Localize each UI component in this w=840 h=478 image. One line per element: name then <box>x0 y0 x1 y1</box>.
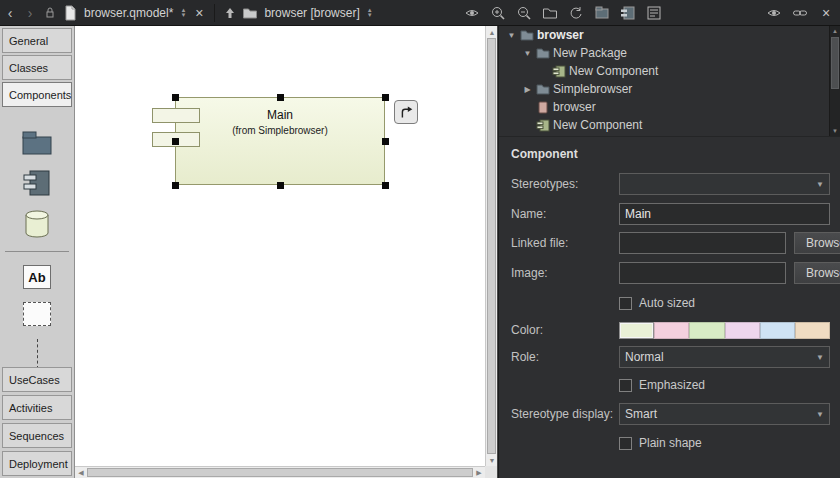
emphasized-checkbox[interactable] <box>619 379 632 392</box>
go-up-button[interactable] <box>220 3 240 23</box>
diagram-canvas[interactable]: Main (from Simplebrowser) ▲ ▼ ◀ ▶ <box>75 26 498 478</box>
tree-scrollbar[interactable]: ▲ ▼ <box>829 26 840 136</box>
selection-handle[interactable] <box>172 182 179 189</box>
annotation-tool[interactable]: Ab <box>23 265 51 289</box>
color-row: Color: <box>511 319 830 341</box>
zoom-in-icon <box>490 5 506 21</box>
document-selector-arrows[interactable]: ▲ ▼ <box>177 8 189 18</box>
close-sidebar-button[interactable]: × <box>816 3 836 23</box>
scroll-down-icon[interactable]: ▼ <box>830 126 840 136</box>
selection-handle[interactable] <box>382 182 389 189</box>
annotation-label: Ab <box>28 270 45 285</box>
stereotypes-combo[interactable]: ▼ <box>619 173 830 195</box>
pin-icon <box>42 5 58 21</box>
scroll-right-icon[interactable]: ▶ <box>473 467 485 478</box>
palette-tab-classes[interactable]: Classes <box>2 55 72 80</box>
color-swatch-4[interactable] <box>760 322 795 339</box>
palette-tab-activities[interactable]: Activities <box>2 395 72 420</box>
add-component-icon <box>620 5 636 21</box>
package-tool[interactable] <box>21 130 53 156</box>
selection-handle[interactable] <box>172 138 179 145</box>
open-parent-button[interactable] <box>540 3 560 23</box>
scroll-up-icon[interactable]: ▲ <box>486 26 498 38</box>
tree-item-new-component-2[interactable]: New Component <box>499 116 840 134</box>
auto-sized-checkbox[interactable] <box>619 297 632 310</box>
palette-tab-usecases[interactable]: UseCases <box>2 367 72 392</box>
selection-handle[interactable] <box>277 94 284 101</box>
add-component-button[interactable] <box>618 3 638 23</box>
toolbar: ‹ › browser.qmodel* ▲ ▼ × <box>0 0 840 26</box>
back-button[interactable]: ‹ <box>0 3 20 23</box>
database-icon <box>22 210 52 238</box>
scrollbar-thumb[interactable] <box>87 468 473 477</box>
tree-item-browser[interactable]: ▼ browser <box>499 26 840 44</box>
selection-handle[interactable] <box>277 182 284 189</box>
stereotype-display-combo[interactable]: Smart ▼ <box>619 403 830 425</box>
sidebar-visibility-button[interactable] <box>764 3 784 23</box>
tree-item-new-package[interactable]: ▼ New Package <box>499 44 840 62</box>
component-shape-from: (from Simplebrowser) <box>176 125 384 136</box>
scroll-up-icon[interactable]: ▲ <box>830 26 840 36</box>
linked-file-browse-button[interactable]: Browse... <box>794 232 840 254</box>
component-tool[interactable] <box>22 169 52 197</box>
expander-open-icon[interactable]: ▼ <box>521 49 534 58</box>
color-swatch-2[interactable] <box>689 322 724 339</box>
stereotypes-label: Stereotypes: <box>511 177 619 191</box>
color-swatch-1[interactable] <box>654 322 689 339</box>
boundary-tool[interactable] <box>23 302 51 326</box>
linked-file-input[interactable] <box>619 232 786 254</box>
palette-tab-components[interactable]: Components <box>2 82 72 107</box>
folder-icon <box>534 47 551 59</box>
tree-item-browser-diagram[interactable]: browser <box>499 98 840 116</box>
scroll-left-icon[interactable]: ◀ <box>75 467 87 478</box>
expander-open-icon[interactable]: ▼ <box>505 31 518 40</box>
color-swatch-3[interactable] <box>725 322 760 339</box>
scrollbar-thumb[interactable] <box>831 37 839 89</box>
component-shape[interactable]: Main (from Simplebrowser) <box>175 97 385 185</box>
palette-tab-deployment[interactable]: Deployment <box>2 451 72 476</box>
zoom-out-button[interactable] <box>514 3 534 23</box>
add-diagram-button[interactable] <box>644 3 664 23</box>
forward-button[interactable]: › <box>20 3 40 23</box>
pin-button[interactable] <box>40 3 60 23</box>
back-icon: ‹ <box>8 6 13 20</box>
scroll-down-icon[interactable]: ▼ <box>486 454 498 466</box>
image-input[interactable] <box>619 262 786 284</box>
link-button[interactable] <box>790 3 810 23</box>
tree-item-new-component[interactable]: New Component <box>499 62 840 80</box>
document-icon <box>60 3 80 23</box>
create-relation-button[interactable] <box>394 100 418 124</box>
role-row: Role: Normal ▼ <box>511 346 830 368</box>
document-selector[interactable]: browser.qmodel* <box>80 6 177 20</box>
diagram-selector[interactable]: browser [browser] <box>260 6 363 20</box>
close-document-button[interactable]: × <box>189 3 209 23</box>
canvas-horizontal-scrollbar[interactable]: ◀ ▶ <box>75 466 485 478</box>
toolbar-separator <box>214 4 215 22</box>
image-browse-button[interactable]: Browse... <box>794 262 840 284</box>
selection-handle[interactable] <box>172 94 179 101</box>
selection-handle[interactable] <box>382 138 389 145</box>
canvas-vertical-scrollbar[interactable]: ▲ ▼ <box>485 26 497 466</box>
visibility-button[interactable] <box>462 3 482 23</box>
color-swatch-0[interactable] <box>619 322 654 339</box>
zoom-in-button[interactable] <box>488 3 508 23</box>
scrollbar-thumb[interactable] <box>487 38 496 454</box>
reset-zoom-button[interactable] <box>566 3 586 23</box>
plain-shape-checkbox[interactable] <box>619 437 632 450</box>
up-arrow-icon <box>222 5 238 21</box>
tree-item-simplebrowser[interactable]: ▶ Simplebrowser <box>499 80 840 98</box>
palette-tab-sequences[interactable]: Sequences <box>2 423 72 448</box>
name-input[interactable] <box>619 203 830 225</box>
database-tool[interactable] <box>22 210 52 238</box>
diagram-selector-arrows[interactable]: ▲ ▼ <box>364 8 376 18</box>
color-swatch-5[interactable] <box>795 322 830 339</box>
stereotype-display-value: Smart <box>620 407 811 421</box>
image-row: Image: Browse... <box>511 262 830 284</box>
selection-handle[interactable] <box>382 94 389 101</box>
palette-separator <box>5 251 69 252</box>
palette-tab-general[interactable]: General <box>2 28 72 53</box>
role-combo[interactable]: Normal ▼ <box>619 346 830 368</box>
component-icon <box>550 65 567 78</box>
expander-closed-icon[interactable]: ▶ <box>521 85 534 94</box>
add-package-button[interactable] <box>592 3 612 23</box>
